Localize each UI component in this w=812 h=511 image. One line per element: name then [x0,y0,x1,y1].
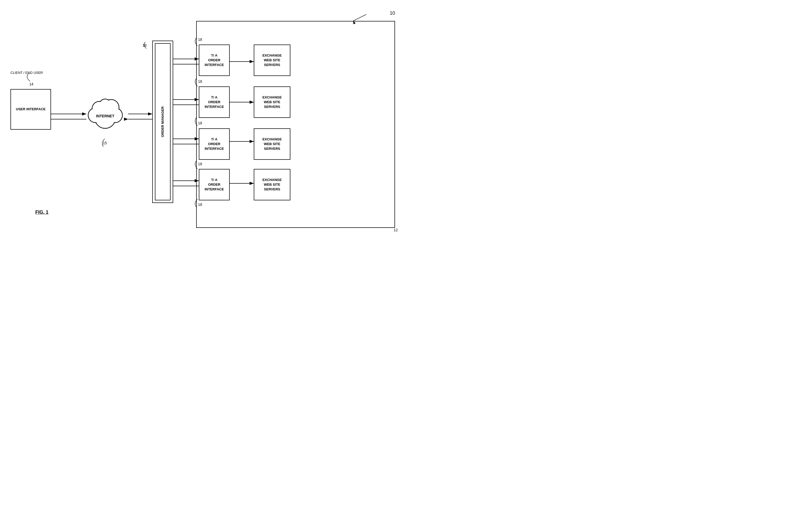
label-15: 15 [103,141,107,145]
label-10: 10 [390,10,395,16]
tia-order-interface-1: T/ AORDERINTERFACE [199,45,230,76]
tia-order-interface-4: T/ AORDERINTERFACE [199,169,230,200]
exchange-web-site-servers-1: EXCHANGEWEB SITESERVERS [254,45,290,76]
label-14: 14 [29,82,33,86]
exchange-web-site-servers-4: EXCHANGEWEB SITESERVERS [254,169,290,200]
fig-label: FIG. 1 [35,210,49,215]
label-18b: 18 [198,79,202,84]
svg-point-31 [100,100,110,110]
svg-line-19 [353,15,366,21]
label-12: 12 [394,228,398,232]
label-18c: 18 [198,121,202,125]
diagram: CLIENT / END USER USER INTERFACE 14 INTE… [0,0,406,255]
label-18d: 18 [198,162,202,166]
internet-cloud: INTERNET [81,94,129,132]
label-18e: 18 [198,203,202,207]
exchange-web-site-servers-2: EXCHANGEWEB SITESERVERS [254,86,290,118]
label-16: 16 [143,43,147,47]
order-manager-outer: ORDER MANAGER [152,41,173,203]
order-manager-label: ORDER MANAGER [161,106,165,137]
tia-order-interface-2: T/ AORDERINTERFACE [199,86,230,118]
client-end-user-label: CLIENT / END USER [10,71,43,75]
svg-text:INTERNET: INTERNET [96,114,114,118]
label-18a: 18 [198,37,202,42]
exchange-web-site-servers-3: EXCHANGEWEB SITESERVERS [254,128,290,160]
tia-order-interface-3: T/ AORDERINTERFACE [199,128,230,160]
user-interface-box: USER INTERFACE [10,89,51,130]
